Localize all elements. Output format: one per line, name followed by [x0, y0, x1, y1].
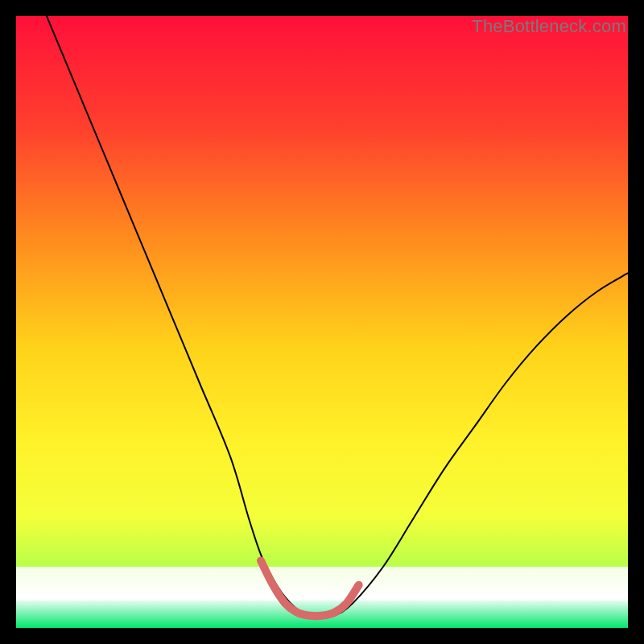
white-band: [16, 567, 628, 601]
chart-frame: TheBottleneck.com: [16, 16, 628, 628]
bottleneck-chart: [16, 16, 628, 628]
gradient-background: [16, 16, 628, 628]
watermark-text: TheBottleneck.com: [472, 16, 626, 37]
